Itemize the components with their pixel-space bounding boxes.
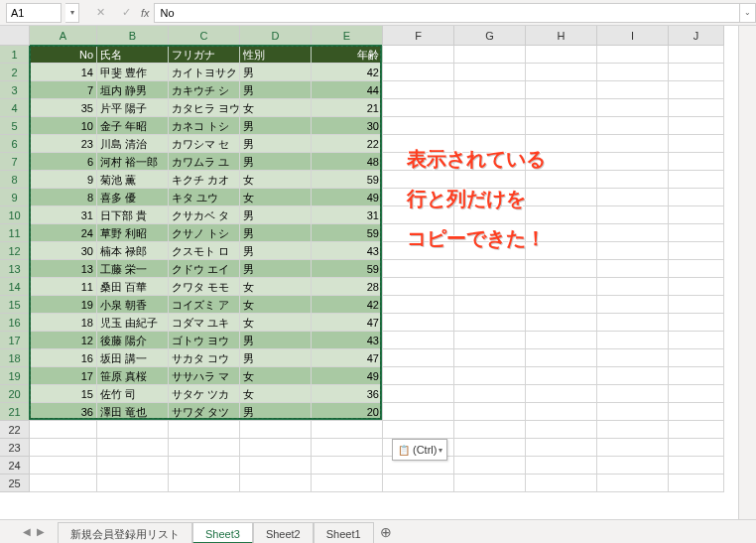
cell[interactable] xyxy=(169,457,240,475)
cell[interactable] xyxy=(383,403,454,421)
cell[interactable] xyxy=(97,439,169,457)
cell[interactable]: 17 xyxy=(30,367,97,385)
cell[interactable] xyxy=(97,421,169,439)
column-header-J[interactable]: J xyxy=(669,26,724,46)
cell[interactable] xyxy=(597,260,669,278)
cell[interactable] xyxy=(30,475,97,492)
cell[interactable] xyxy=(526,46,597,64)
cell[interactable]: クサノ トシ xyxy=(169,224,240,242)
cell[interactable]: 川島 清治 xyxy=(97,135,169,153)
cell[interactable] xyxy=(597,81,669,99)
cell[interactable] xyxy=(312,457,383,475)
cell[interactable] xyxy=(597,135,669,153)
cell[interactable] xyxy=(526,385,597,403)
cell[interactable] xyxy=(383,81,454,99)
cell[interactable]: 桑田 百華 xyxy=(97,278,169,296)
row-header-16[interactable]: 16 xyxy=(0,314,30,332)
cell[interactable]: 44 xyxy=(312,81,383,99)
row-header-1[interactable]: 1 xyxy=(0,46,30,64)
cell[interactable] xyxy=(312,421,383,439)
cell[interactable]: 20 xyxy=(312,403,383,421)
cell[interactable]: 42 xyxy=(312,64,383,81)
cell[interactable] xyxy=(383,314,454,332)
cell[interactable] xyxy=(454,385,526,403)
paste-options-chip[interactable]: 📋 (Ctrl) ▾ xyxy=(392,439,447,461)
cell[interactable]: 後藤 陽介 xyxy=(97,332,169,349)
cell[interactable] xyxy=(669,332,724,349)
cell[interactable] xyxy=(240,439,312,457)
cell[interactable] xyxy=(454,99,526,117)
cell[interactable]: 31 xyxy=(30,206,97,224)
cell[interactable] xyxy=(526,457,597,475)
cell[interactable] xyxy=(597,332,669,349)
cell[interactable] xyxy=(597,64,669,81)
row-header-3[interactable]: 3 xyxy=(0,81,30,99)
cell[interactable] xyxy=(526,296,597,314)
cell[interactable]: 49 xyxy=(312,367,383,385)
cell[interactable] xyxy=(383,278,454,296)
row-header-5[interactable]: 5 xyxy=(0,117,30,135)
row-header-6[interactable]: 6 xyxy=(0,135,30,153)
cell[interactable]: 11 xyxy=(30,278,97,296)
cell[interactable]: サタケ ツカ xyxy=(169,385,240,403)
cell[interactable] xyxy=(169,439,240,457)
row-header-22[interactable]: 22 xyxy=(0,421,30,439)
cell[interactable]: 36 xyxy=(312,385,383,403)
cell[interactable]: 日下部 貴 xyxy=(97,206,169,224)
cell[interactable]: 垣内 静男 xyxy=(97,81,169,99)
cell[interactable] xyxy=(526,403,597,421)
cell[interactable]: 28 xyxy=(312,278,383,296)
cell[interactable] xyxy=(597,224,669,242)
cell[interactable] xyxy=(597,421,669,439)
cell[interactable] xyxy=(454,421,526,439)
row-header-20[interactable]: 20 xyxy=(0,385,30,403)
cell[interactable] xyxy=(383,367,454,385)
cell[interactable]: 男 xyxy=(240,403,312,421)
cell[interactable] xyxy=(669,296,724,314)
cell[interactable] xyxy=(597,475,669,492)
cell[interactable]: 女 xyxy=(240,296,312,314)
cell[interactable] xyxy=(597,385,669,403)
cell[interactable]: 男 xyxy=(240,64,312,81)
row-header-2[interactable]: 2 xyxy=(0,64,30,81)
cell[interactable]: 47 xyxy=(312,349,383,367)
cell[interactable]: 男 xyxy=(240,135,312,153)
cell[interactable] xyxy=(526,260,597,278)
cell[interactable]: 15 xyxy=(30,385,97,403)
cell[interactable]: クサカベ タ xyxy=(169,206,240,224)
cell[interactable] xyxy=(526,332,597,349)
cell[interactable] xyxy=(526,117,597,135)
cell[interactable] xyxy=(454,64,526,81)
column-header-E[interactable]: E xyxy=(312,26,383,46)
cell[interactable] xyxy=(526,367,597,385)
cell[interactable]: 性別 xyxy=(240,46,312,64)
column-header-F[interactable]: F xyxy=(383,26,454,46)
cell[interactable]: 48 xyxy=(312,153,383,171)
cell[interactable]: 女 xyxy=(240,385,312,403)
cell[interactable]: 男 xyxy=(240,81,312,99)
cell[interactable] xyxy=(240,457,312,475)
cell[interactable] xyxy=(669,64,724,81)
cell[interactable]: 男 xyxy=(240,206,312,224)
cell[interactable]: 女 xyxy=(240,314,312,332)
cell[interactable]: 女 xyxy=(240,367,312,385)
cell[interactable]: サワダ タツ xyxy=(169,403,240,421)
cell[interactable]: 59 xyxy=(312,260,383,278)
row-header-17[interactable]: 17 xyxy=(0,332,30,349)
cell[interactable]: No xyxy=(30,46,97,64)
cell[interactable] xyxy=(597,367,669,385)
cell[interactable] xyxy=(597,314,669,332)
cell[interactable] xyxy=(97,475,169,492)
cell[interactable]: 47 xyxy=(312,314,383,332)
cell[interactable]: 喜多 優 xyxy=(97,189,169,206)
cell[interactable] xyxy=(383,99,454,117)
row-header-23[interactable]: 23 xyxy=(0,439,30,457)
cell[interactable] xyxy=(669,117,724,135)
cell[interactable]: 男 xyxy=(240,242,312,260)
row-header-4[interactable]: 4 xyxy=(0,99,30,117)
cell[interactable]: 楠本 禄郎 xyxy=(97,242,169,260)
row-header-21[interactable]: 21 xyxy=(0,403,30,421)
cell[interactable]: カワシマ セ xyxy=(169,135,240,153)
cell[interactable]: 31 xyxy=(312,206,383,224)
cancel-icon[interactable]: ✕ xyxy=(89,3,111,23)
